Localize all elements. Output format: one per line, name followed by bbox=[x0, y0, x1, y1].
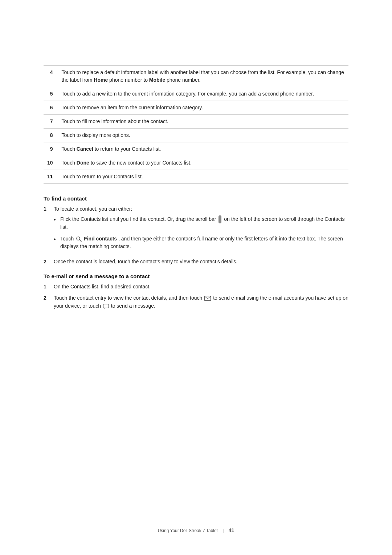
email-step-2-text3: to send a message. bbox=[111, 303, 155, 309]
table-row-text: Touch to remove an item from the current… bbox=[58, 101, 348, 115]
table-row-num: 8 bbox=[44, 129, 58, 142]
table-row-num: 9 bbox=[44, 142, 58, 156]
footer-text: Using Your Dell Streak 7 Tablet bbox=[158, 528, 218, 533]
table-row: 6Touch to remove an item from the curren… bbox=[44, 101, 348, 115]
table-row-text: Touch to display more options. bbox=[58, 129, 348, 142]
message-icon bbox=[103, 304, 109, 309]
find-bullet-list: • Flick the Contacts list until you find… bbox=[54, 215, 348, 251]
email-step-1-num: 1 bbox=[44, 283, 54, 291]
page-content: 4Touch to replace a default information … bbox=[44, 22, 348, 310]
table-row-text: Touch to return to your Contacts list. bbox=[58, 170, 348, 184]
search-icon bbox=[76, 236, 82, 242]
find-step-1-body: To locate a contact, you can either: • F… bbox=[54, 205, 348, 254]
table-row-num: 5 bbox=[44, 87, 58, 101]
table-row: 8Touch to display more options. bbox=[44, 129, 348, 142]
find-bullet-1: • Flick the Contacts list until you find… bbox=[54, 215, 348, 231]
table-row-text: Touch to replace a default information l… bbox=[58, 66, 348, 87]
table-row-text: Touch to fill more information about the… bbox=[58, 115, 348, 129]
bullet-dot-1: • bbox=[54, 215, 60, 224]
page-footer: Using Your Dell Streak 7 Tablet | 41 bbox=[0, 527, 392, 533]
email-step-2: 2 Touch the contact entry to view the co… bbox=[44, 294, 348, 310]
scroll-bar-icon bbox=[219, 215, 221, 223]
table-row: 7Touch to fill more information about th… bbox=[44, 115, 348, 129]
email-step-1: 1 On the Contacts list, find a desired c… bbox=[44, 283, 348, 291]
table-row: 9Touch Cancel to return to your Contacts… bbox=[44, 142, 348, 156]
info-table: 4Touch to replace a default information … bbox=[44, 65, 348, 184]
email-step-1-body: On the Contacts list, find a desired con… bbox=[54, 283, 348, 291]
section-email-contact: To e-mail or send a message to a contact… bbox=[44, 273, 348, 310]
table-row-num: 7 bbox=[44, 115, 58, 129]
find-step-2-num: 2 bbox=[44, 258, 54, 266]
email-step-2-num: 2 bbox=[44, 294, 54, 302]
table-row-text: Touch Cancel to return to your Contacts … bbox=[58, 142, 348, 156]
find-steps-list: 1 To locate a contact, you can either: •… bbox=[44, 205, 348, 266]
section-email-heading: To e-mail or send a message to a contact bbox=[44, 273, 348, 279]
table-row: 10Touch Done to save the new contact to … bbox=[44, 156, 348, 170]
find-step-2: 2 Once the contact is located, touch the… bbox=[44, 258, 348, 266]
table-row-text: Touch Done to save the new contact to yo… bbox=[58, 156, 348, 170]
table-row: 11Touch to return to your Contacts list. bbox=[44, 170, 348, 184]
table-row: 4Touch to replace a default information … bbox=[44, 66, 348, 87]
section-find-heading: To find a contact bbox=[44, 195, 348, 202]
footer-pipe: | bbox=[222, 528, 224, 533]
table-row-num: 11 bbox=[44, 170, 58, 184]
page-number: 41 bbox=[229, 527, 234, 533]
find-step-1: 1 To locate a contact, you can either: •… bbox=[44, 205, 348, 254]
bullet-dot-2: • bbox=[54, 235, 60, 243]
table-row: 5Touch to add a new item to the current … bbox=[44, 87, 348, 101]
find-bullet-2-touch: Touch bbox=[60, 236, 75, 242]
find-bullet-1-body: Flick the Contacts list until you find t… bbox=[60, 215, 348, 231]
find-step-2-body: Once the contact is located, touch the c… bbox=[54, 258, 348, 266]
email-icon bbox=[204, 296, 211, 301]
email-step-2-body: Touch the contact entry to view the cont… bbox=[54, 294, 348, 310]
email-step-2-text1: Touch the contact entry to view the cont… bbox=[54, 295, 204, 301]
table-row-num: 6 bbox=[44, 101, 58, 115]
find-bullet-1-text-before: Flick the Contacts list until you find t… bbox=[60, 216, 217, 222]
svg-rect-3 bbox=[103, 304, 109, 308]
table-row-num: 4 bbox=[44, 66, 58, 87]
find-contacts-bold: Find contacts bbox=[84, 236, 117, 242]
table-row-text: Touch to add a new item to the current i… bbox=[58, 87, 348, 101]
find-step-1-num: 1 bbox=[44, 205, 54, 213]
section-find-contact: To find a contact 1 To locate a contact,… bbox=[44, 195, 348, 266]
svg-line-1 bbox=[79, 240, 81, 242]
find-bullet-2: • Touch Find contacts , and then type ei… bbox=[54, 235, 348, 251]
find-bullet-2-body: Touch Find contacts , and then type eith… bbox=[60, 235, 348, 251]
email-steps-list: 1 On the Contacts list, find a desired c… bbox=[44, 283, 348, 310]
find-step-1-intro: To locate a contact, you can either: bbox=[54, 206, 132, 212]
table-row-num: 10 bbox=[44, 156, 58, 170]
